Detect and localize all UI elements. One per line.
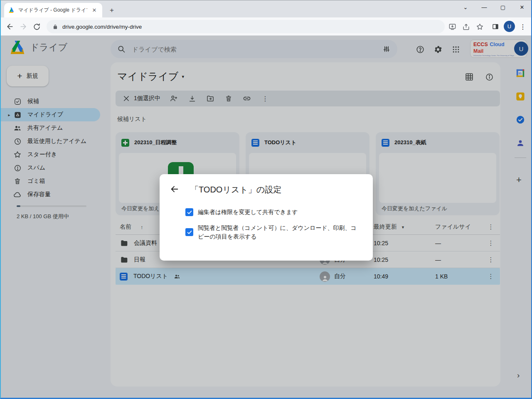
- browser-titlebar: マイドライブ - Google ドライブ ✕ + ⌄ — ▢ ✕: [0, 0, 532, 17]
- drive-favicon: [8, 7, 15, 14]
- dialog-title: 「TODOリスト」の設定: [190, 184, 281, 195]
- side-panel-icon[interactable]: [490, 22, 500, 32]
- back-icon[interactable]: [5, 22, 15, 32]
- tab-title: マイドライブ - Google ドライブ: [18, 7, 87, 14]
- new-tab-button[interactable]: +: [106, 5, 117, 16]
- checkbox-viewers-can-download[interactable]: [185, 228, 193, 236]
- drive-page: ドライブ + 新規 候補 ▸ マイドライブ 共有アイテム 最近使用したアイテム: [0, 36, 532, 399]
- forward-icon[interactable]: [18, 22, 28, 32]
- browser-menu-icon[interactable]: ⋮: [518, 22, 528, 32]
- browser-profile-avatar[interactable]: U: [504, 21, 515, 32]
- tab-search-icon[interactable]: ⌄: [456, 0, 475, 14]
- back-arrow-icon[interactable]: [170, 184, 180, 194]
- browser-tab[interactable]: マイドライブ - Google ドライブ ✕: [4, 3, 102, 17]
- maximize-button[interactable]: ▢: [494, 0, 512, 14]
- close-button[interactable]: ✕: [513, 0, 531, 14]
- share-icon[interactable]: [461, 22, 471, 32]
- tab-close-icon[interactable]: ✕: [91, 7, 98, 14]
- browser-navbar: drive.google.com/drive/my-drive U ⋮: [0, 17, 532, 36]
- checkbox-label[interactable]: 閲覧者と閲覧者（コメント可）に、ダウンロード、印刷、コピーの項目を表示する: [198, 224, 362, 241]
- url-text[interactable]: drive.google.com/drive/my-drive: [62, 24, 142, 30]
- checkbox-label[interactable]: 編集者は権限を変更して共有できます: [198, 208, 362, 217]
- url-bar[interactable]: drive.google.com/drive/my-drive: [47, 20, 445, 33]
- checkbox-editors-can-share[interactable]: [185, 208, 193, 216]
- lock-icon: [52, 24, 58, 30]
- minimize-button[interactable]: —: [475, 0, 493, 14]
- reload-icon[interactable]: [32, 22, 42, 32]
- bookmark-star-icon[interactable]: [475, 22, 485, 32]
- install-app-icon[interactable]: [447, 22, 457, 32]
- settings-dialog: 「TODOリスト」の設定 編集者は権限を変更して共有できます 閲覧者と閲覧者（コ…: [160, 174, 373, 261]
